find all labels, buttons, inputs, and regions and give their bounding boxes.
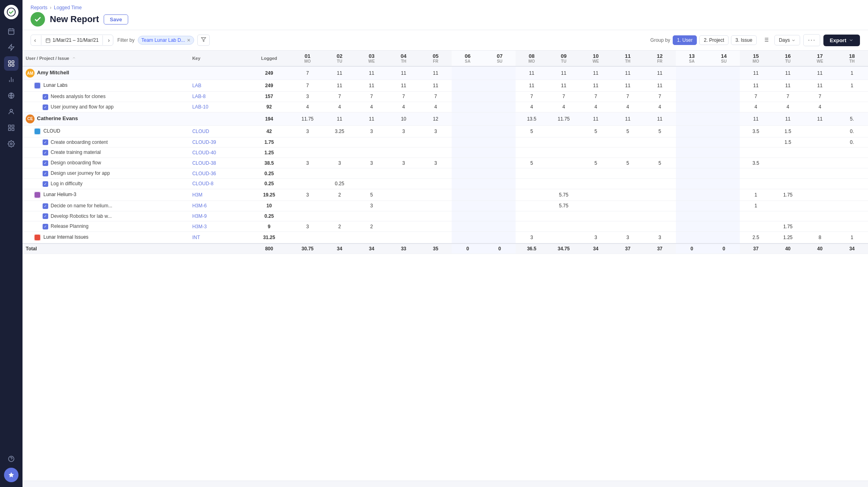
next-date-button[interactable]: › [104,35,113,45]
cell-key[interactable]: CLOUD-40 [189,147,246,158]
cell-day-11 [612,201,644,211]
filter-tag-team[interactable]: Team Lunar Lab D... ✕ [138,36,194,45]
prev-date-button[interactable]: ‹ [31,35,39,45]
cell-logged: 0.25 [247,178,292,189]
key-link[interactable]: INT [192,235,200,240]
cell-day-3 [356,147,388,158]
key-link[interactable]: H3M-6 [192,203,207,209]
cell-key[interactable]: LAB-10 [189,102,246,112]
groupby-user-button[interactable]: 1. User [673,35,697,45]
cell-key[interactable]: INT [189,232,246,244]
project-icon [34,191,41,198]
sidebar-item-flash[interactable] [4,40,18,55]
cell-day-13 [676,178,708,189]
scroll-bar-area[interactable] [23,481,868,487]
cell-day-2: 4 [323,102,356,112]
filter-options-button[interactable] [197,35,210,46]
key-link[interactable]: H3M [192,192,202,198]
cell-key[interactable]: H3M [189,189,246,201]
row-name-text: Design user journey for app [51,170,110,176]
issue-checkbox: ✓ [43,213,48,219]
svg-rect-18 [12,129,14,131]
breadcrumb-reports[interactable]: Reports [31,5,47,10]
cell-day-5: 7 [420,92,452,102]
cell-day-17 [804,201,836,211]
sidebar-item-help[interactable] [4,452,18,466]
cell-day-14 [708,80,740,92]
cell-key[interactable]: CLOUD-38 [189,158,246,168]
cell-day-4 [388,189,420,201]
cell-name: ✓Create training material [23,147,189,158]
cell-day-13 [676,112,708,125]
cell-day-16 [772,147,804,158]
groupby-project-button[interactable]: 2. Project [699,35,729,45]
groupby-label: Group by [650,37,670,43]
key-link[interactable]: H3M-9 [192,213,207,219]
cell-day-11 [612,147,644,158]
cell-day-3: 11 [356,80,388,92]
sidebar-item-home[interactable] [4,24,18,39]
cell-day-17 [804,125,836,137]
cell-name: AMAmy Mitchell [23,66,189,80]
filter-tag-close[interactable]: ✕ [187,38,190,43]
cell-key[interactable]: H3M-3 [189,221,246,232]
days-selector-button[interactable]: Days [774,35,800,45]
cell-day-13 [676,211,708,221]
sidebar-item-chart[interactable] [4,72,18,87]
cell-key[interactable]: LAB-8 [189,92,246,102]
key-link[interactable]: CLOUD-40 [192,150,216,156]
cell-name: CLOUD [23,125,189,137]
key-link[interactable]: LAB-8 [192,94,205,99]
cell-key[interactable]: CLOUD [189,125,246,137]
col-header-name: User / Project / Issue [23,51,189,66]
cell-key[interactable]: H3M-6 [189,201,246,211]
more-options-button[interactable]: ··· [803,34,820,46]
cell-day-4: 10 [388,112,420,125]
cell-day-13: 0 [676,244,708,254]
table-row: Total80030.75343433350036.534.7534373700… [23,244,868,254]
sidebar-item-grid[interactable] [4,121,18,135]
cell-key[interactable]: CLOUD-8 [189,178,246,189]
cell-day-14 [708,158,740,168]
cell-day-11: 11 [612,66,644,80]
key-link[interactable]: CLOUD-39 [192,139,216,145]
key-link[interactable]: CLOUD-8 [192,181,213,186]
cell-key[interactable]: CLOUD-36 [189,168,246,179]
key-link[interactable]: CLOUD-36 [192,171,216,176]
cell-key[interactable]: CLOUD-39 [189,137,246,147]
breadcrumb-logged-time[interactable]: Logged Time [54,5,82,10]
sidebar-item-globe[interactable] [4,88,18,103]
key-link[interactable]: CLOUD-38 [192,160,216,166]
cell-day-14 [708,221,740,232]
table-row: CLOUDCLOUD4233.2533355553.51.50. [23,125,868,137]
row-name-text: Develop Robotics for lab w... [51,213,112,219]
cell-day-7 [484,102,516,112]
cell-logged: 800 [247,244,292,254]
cell-day-4 [388,201,420,211]
cell-day-13 [676,125,708,137]
key-link[interactable]: LAB-10 [192,104,208,110]
key-link[interactable]: LAB [192,83,201,88]
sidebar-item-reports[interactable] [4,56,18,71]
export-button[interactable]: Export [823,35,860,46]
cell-key[interactable]: H3M-9 [189,211,246,221]
groupby-issue-button[interactable]: 3. Issue [731,35,757,45]
cell-key[interactable]: LAB [189,80,246,92]
sidebar-item-user[interactable] [4,104,18,119]
cell-day-17: 11 [804,66,836,80]
svg-rect-36 [35,192,40,198]
sidebar-item-settings[interactable] [4,137,18,151]
cell-day-12 [644,147,676,158]
app-logo[interactable] [4,5,18,19]
cell-day-1 [291,211,323,221]
col-header-day-06: 06SA [452,51,484,66]
save-button[interactable]: Save [104,14,128,25]
key-link[interactable]: H3M-3 [192,224,207,229]
key-link[interactable]: CLOUD [192,129,209,134]
report-table-wrapper[interactable]: User / Project / Issue Key Logged 01MO 0… [23,51,868,481]
sidebar-item-star[interactable] [4,468,18,482]
cell-day-10: 5 [580,125,612,137]
cell-logged: 157 [247,92,292,102]
list-view-button[interactable] [761,35,771,46]
table-body: AMAmy Mitchell24971111111111111111111111… [23,66,868,254]
